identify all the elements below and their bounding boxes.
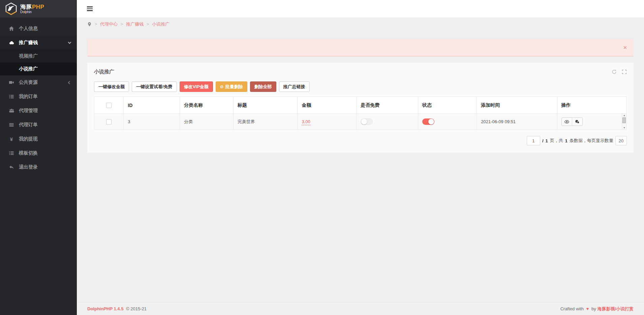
users-icon (8, 108, 15, 113)
sidebar-item-promote-earn[interactable]: 推广赚钱 (0, 36, 77, 50)
status-toggle[interactable] (422, 118, 434, 125)
button-label: 一键设置试看/免费 (136, 84, 173, 90)
edit-vip-amount-button[interactable]: 修改VIP金额 (180, 81, 213, 92)
pagination-total-items: 1 (565, 138, 568, 143)
breadcrumb-separator: > (95, 22, 97, 27)
sidebar-item-agent-manage[interactable]: 代理管理 (0, 104, 77, 118)
sidebar: 海豚PHP Dolphin 个人信息 推广赚钱 视频 (0, 0, 77, 315)
sidebar-item-label: 我的订单 (19, 94, 71, 100)
cloud-icon (8, 40, 15, 45)
refresh-icon[interactable] (612, 69, 617, 74)
sidebar-item-label: 代理订单 (19, 122, 71, 128)
page-size-input[interactable] (615, 136, 627, 145)
chevron-left-icon (68, 81, 71, 84)
yen-icon: ¥ (8, 136, 15, 142)
footer-by-text: by (591, 306, 596, 311)
button-label: 批量删除 (225, 84, 243, 90)
row-checkbox-cell (94, 114, 124, 130)
breadcrumb-separator: > (121, 22, 123, 27)
chevron-down-icon (68, 41, 71, 44)
promote-link-button[interactable]: 推广总链接 (279, 81, 310, 92)
page-number-input[interactable] (527, 136, 540, 145)
button-label: 一键修改金额 (98, 84, 125, 90)
close-icon[interactable]: × (623, 45, 627, 50)
pagination: / 1 页，共 1 条数据，每页显示数量 (94, 136, 627, 145)
table-header-row: ID 分类名称 标题 金额 是否免费 状态 添加时间 操作 (94, 97, 627, 114)
home-icon (8, 26, 15, 31)
brand-cn: 海豚 (20, 4, 32, 10)
sidebar-item-logout[interactable]: 退出登录 (0, 160, 77, 174)
bars-icon (8, 122, 15, 128)
sidebar-item-label: 我的提现 (19, 136, 71, 142)
logo[interactable]: 海豚PHP Dolphin (0, 0, 77, 18)
scroll-up-icon[interactable]: ▲ (623, 114, 625, 117)
sidebar-item-profile[interactable]: 个人信息 (0, 22, 77, 36)
scrollbar-thumb[interactable] (622, 117, 626, 123)
column-header-actions: 操作 (557, 97, 626, 114)
pagination-text: 页，共 (550, 138, 563, 144)
select-all-checkbox[interactable] (106, 103, 112, 108)
cell-status (418, 114, 477, 130)
footer-site-link[interactable]: 海豚影视/小说打赏 (597, 306, 634, 311)
main-area: > 代理中心 > 推广赚钱 > 小说推广 × 小说推广 (77, 0, 644, 315)
header-checkbox-cell (94, 97, 124, 114)
sidebar-item-label: 推广赚钱 (19, 40, 68, 46)
amount-editable-link[interactable]: 3.00 (302, 119, 310, 125)
button-label: 修改VIP金额 (184, 84, 209, 90)
data-table-wrap: ID 分类名称 标题 金额 是否免费 状态 添加时间 操作 (94, 97, 627, 130)
sidebar-item-withdraw[interactable]: ¥ 我的提现 (0, 132, 77, 146)
footer-copyright: © 2015-21 (126, 306, 147, 311)
sidebar-item-my-orders[interactable]: 我的订单 (0, 90, 77, 104)
panel-novel-promote: 小说推广 一键修改金额 一键设置试看/免费 修改VIP金额 ⊘批量删除 (87, 63, 634, 153)
logout-icon (8, 165, 15, 170)
breadcrumb-link-promote-earn[interactable]: 推广赚钱 (126, 21, 144, 27)
breadcrumb: > 代理中心 > 推广赚钱 > 小说推广 (87, 18, 634, 30)
action-button-group (561, 117, 583, 126)
breadcrumb-link-agent-center[interactable]: 代理中心 (100, 21, 118, 27)
free-toggle[interactable] (361, 118, 373, 125)
sidebar-item-novel-promote[interactable]: 小说推广 (0, 63, 77, 75)
pagination-total-pages: 1 (546, 138, 548, 143)
button-label: 推广总链接 (283, 84, 305, 90)
app-window: 海豚PHP Dolphin 个人信息 推广赚钱 视频 (0, 0, 644, 315)
brand-subtitle: Dolphin (20, 10, 44, 14)
batch-delete-button[interactable]: ⊘批量删除 (216, 81, 247, 92)
bulk-edit-amount-button[interactable]: 一键修改金额 (94, 81, 129, 92)
sidebar-item-label: 小说推广 (19, 66, 38, 72)
sidebar-item-video-promote[interactable]: 视频推广 (0, 50, 77, 63)
bulk-set-trial-free-button[interactable]: 一键设置试看/免费 (132, 81, 177, 92)
expand-icon[interactable] (622, 69, 627, 74)
breadcrumb-current[interactable]: 小说推广 (152, 21, 170, 27)
column-header-amount: 金额 (298, 97, 357, 114)
scroll-down-icon[interactable]: ▼ (623, 127, 625, 129)
sidebar-item-label: 视频推广 (19, 53, 38, 59)
pagination-text: 条数据，每页显示数量 (570, 138, 613, 144)
remove-circle-icon: ⊘ (220, 84, 224, 89)
sidebar-item-agent-orders[interactable]: 代理订单 (0, 118, 77, 132)
footer: DolphinPHP 1.4.5 © 2015-21 Crafted with … (77, 302, 644, 315)
sidebar-toggle-icon[interactable] (85, 4, 95, 13)
table-row: 3 分类 完美世界 3.00 2021-06-09 09:5 (94, 114, 627, 130)
column-header-free: 是否免费 (357, 97, 418, 114)
sidebar-menu: 个人信息 推广赚钱 视频推广 小说推广 (0, 18, 77, 174)
column-header-category: 分类名称 (180, 97, 234, 114)
promote-link-copy-button[interactable] (572, 118, 582, 126)
sidebar-item-label: 退出登录 (19, 164, 71, 170)
panel-tools (612, 69, 627, 74)
delete-all-button[interactable]: 删除全部 (250, 81, 276, 92)
button-label: 删除全部 (254, 84, 272, 90)
sidebar-submenu: 视频推广 小说推广 (0, 50, 77, 75)
preview-button[interactable] (562, 118, 572, 126)
cell-amount: 3.00 (298, 114, 357, 130)
cell-added-time: 2021-06-09 09:51 (477, 114, 557, 130)
sidebar-item-template-switch[interactable]: 模板切换 (0, 146, 77, 160)
table-scrollbar[interactable]: ▲ ▼ (622, 114, 626, 130)
toggle-knob (428, 119, 434, 125)
cell-id: 3 (124, 114, 180, 130)
sidebar-item-public-resource[interactable]: 公共资源 (0, 75, 77, 90)
panel-header: 小说推广 (87, 63, 634, 81)
toolbar: 一键修改金额 一键设置试看/免费 修改VIP金额 ⊘批量删除 删除全部 推广总链… (87, 81, 634, 97)
row-checkbox[interactable] (106, 119, 112, 125)
dolphin-logo-icon (5, 2, 18, 15)
coins-icon (575, 119, 580, 124)
